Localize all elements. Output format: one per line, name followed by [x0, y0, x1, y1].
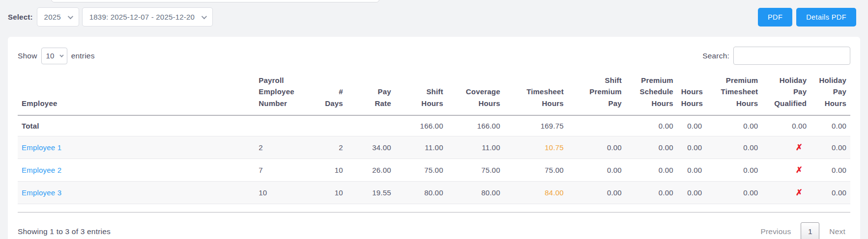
table-row-total: Total 166.00 166.00 169.75 0.00 0.00 0.0… — [18, 115, 850, 136]
cell-timesheet-hours-mismatch: 84.00 — [504, 181, 568, 204]
chevron-down-icon — [68, 13, 73, 19]
payroll-table: Employee Payroll Employee Number # Days … — [18, 72, 850, 204]
select-label: Select: — [8, 13, 33, 21]
cell-payroll-number: 7 — [255, 159, 315, 181]
page-1-button[interactable]: 1 — [801, 222, 819, 239]
cell-hours-hours: 0.00 — [677, 181, 706, 204]
not-qualified-x-icon: ✗ — [762, 136, 810, 159]
cell-pay-rate: 26.00 — [347, 159, 395, 181]
cell-holiday-pay-hours: 0.00 — [810, 115, 850, 136]
column-header-pay-rate[interactable]: Pay Rate — [347, 72, 395, 115]
cell-premium-schedule-hours: 0.00 — [626, 115, 677, 136]
pay-period-select-value: 1839: 2025-12-07 - 2025-12-20 — [89, 13, 195, 21]
cell-shift-hours: 166.00 — [395, 115, 447, 136]
cell-holiday-pay-qualified: 0.00 — [762, 115, 810, 136]
cutoff-dropdown-above — [51, 0, 379, 2]
show-entries-control: Show 10 entries — [18, 48, 95, 64]
cell-premium-timesheet-hours: 0.00 — [706, 115, 762, 136]
cell-timesheet-hours-mismatch: 10.75 — [504, 136, 568, 159]
cell-coverage-hours: 75.00 — [447, 159, 504, 181]
column-header-payroll-employee-number[interactable]: Payroll Employee Number — [255, 72, 315, 115]
table-row-employee-3: Employee 3 10 10 19.55 80.00 80.00 84.00… — [18, 181, 850, 204]
column-header-premium-timesheet-hours[interactable]: Premium Timesheet Hours — [706, 72, 762, 115]
cell-shift-premium-pay: 0.00 — [568, 136, 626, 159]
chevron-down-icon — [59, 53, 63, 57]
cell-premium-schedule-hours: 0.00 — [626, 136, 677, 159]
cell-premium-schedule-hours: 0.00 — [626, 159, 677, 181]
cell-coverage-hours: 11.00 — [447, 136, 504, 159]
cell-coverage-hours: 80.00 — [447, 181, 504, 204]
not-qualified-x-icon: ✗ — [762, 181, 810, 204]
pdf-button[interactable]: PDF — [758, 8, 792, 27]
details-pdf-button[interactable]: Details PDF — [796, 8, 856, 27]
column-header-employee[interactable]: Employee — [18, 72, 255, 115]
showing-entries-text: Showing 1 to 3 of 3 entries — [18, 227, 111, 236]
cell-num-days: 10 — [315, 181, 347, 204]
year-select[interactable]: 2025 — [37, 7, 79, 27]
cell-shift-premium-pay: 0.00 — [568, 159, 626, 181]
table-header-row: Employee Payroll Employee Number # Days … — [18, 72, 850, 115]
cell-hours-hours: 0.00 — [677, 115, 706, 136]
column-header-hours-hours[interactable]: Hours Hours — [677, 72, 706, 115]
next-page-button[interactable]: Next — [824, 227, 850, 236]
entries-per-page-select[interactable]: 10 — [41, 48, 67, 64]
cell-coverage-hours: 166.00 — [447, 115, 504, 136]
pay-period-select[interactable]: 1839: 2025-12-07 - 2025-12-20 — [82, 7, 213, 27]
cell-shift-hours: 11.00 — [395, 136, 447, 159]
cell-hours-hours: 0.00 — [677, 136, 706, 159]
entries-per-page-value: 10 — [46, 52, 55, 60]
previous-page-button[interactable]: Previous — [755, 227, 796, 236]
column-header-shift-premium-pay[interactable]: Shift Premium Pay — [568, 72, 626, 115]
cell-shift-premium-pay — [568, 115, 626, 136]
column-header-timesheet-hours[interactable]: Timesheet Hours — [504, 72, 568, 115]
column-header-holiday-pay-qualified[interactable]: Holiday Pay Qualified — [762, 72, 810, 115]
employee-link[interactable]: Employee 2 — [22, 166, 61, 174]
cell-shift-hours: 75.00 — [395, 159, 447, 181]
cell-timesheet-hours: 169.75 — [504, 115, 568, 136]
cell-payroll-number — [255, 115, 315, 136]
pagination: Previous 1 Next — [755, 222, 850, 239]
cell-payroll-number: 2 — [255, 136, 315, 159]
payroll-summary-card: Show 10 entries Search: Employee Payroll… — [8, 37, 860, 239]
column-header-holiday-pay-hours[interactable]: Holiday Pay Hours — [810, 72, 850, 115]
cell-num-days — [315, 115, 347, 136]
cell-premium-timesheet-hours: 0.00 — [706, 136, 762, 159]
search-label: Search: — [702, 52, 729, 60]
cell-premium-timesheet-hours: 0.00 — [706, 181, 762, 204]
table-row-employee-1: Employee 1 2 2 34.00 11.00 11.00 10.75 0… — [18, 136, 850, 159]
column-header-num-days[interactable]: # Days — [315, 72, 347, 115]
cell-pay-rate: 19.55 — [347, 181, 395, 204]
cell-hours-hours: 0.00 — [677, 159, 706, 181]
cell-premium-schedule-hours: 0.00 — [626, 181, 677, 204]
cell-num-days: 10 — [315, 159, 347, 181]
column-header-premium-schedule-hours[interactable]: Premium Schedule Hours — [626, 72, 677, 115]
show-label: Show — [18, 52, 37, 60]
cell-shift-premium-pay: 0.00 — [568, 181, 626, 204]
employee-link[interactable]: Employee 1 — [22, 143, 61, 152]
cell-shift-hours: 80.00 — [395, 181, 447, 204]
cell-holiday-pay-hours: 0.00 — [810, 181, 850, 204]
cell-holiday-pay-hours: 0.00 — [810, 136, 850, 159]
cell-pay-rate: 34.00 — [347, 136, 395, 159]
not-qualified-x-icon: ✗ — [762, 159, 810, 181]
year-select-value: 2025 — [44, 13, 61, 21]
column-header-shift-hours[interactable]: Shift Hours — [395, 72, 447, 115]
topbar: Select: 2025 1839: 2025-12-07 - 2025-12-… — [0, 0, 868, 37]
column-header-coverage-hours[interactable]: Coverage Hours — [447, 72, 504, 115]
employee-link[interactable]: Employee 3 — [22, 188, 61, 197]
cell-premium-timesheet-hours: 0.00 — [706, 159, 762, 181]
cell-timesheet-hours: 75.00 — [504, 159, 568, 181]
chevron-down-icon — [202, 13, 207, 19]
entries-label: entries — [71, 52, 95, 60]
search-input[interactable] — [733, 47, 850, 65]
table-row-employee-2: Employee 2 7 10 26.00 75.00 75.00 75.00 … — [18, 159, 850, 181]
cell-num-days: 2 — [315, 136, 347, 159]
cell-payroll-number: 10 — [255, 181, 315, 204]
total-label: Total — [18, 115, 255, 136]
cell-holiday-pay-hours: 0.00 — [810, 159, 850, 181]
cell-pay-rate — [347, 115, 395, 136]
